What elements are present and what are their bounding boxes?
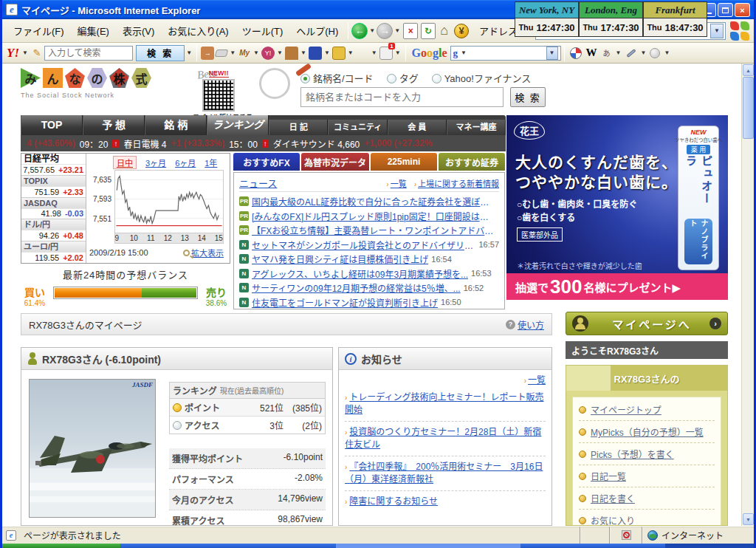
mail-icon[interactable]: 1 (379, 47, 393, 60)
promo-tab[interactable]: 為替市況データ (301, 153, 369, 171)
chart-range-tab[interactable]: 1年 (205, 157, 217, 168)
promo-tab[interactable]: おすすめ証券 (439, 153, 505, 171)
back-dropdown-icon[interactable]: ▼ (369, 27, 375, 34)
news-item[interactable]: N 住友電工をゴールドマン証が投資判断引き上げ 16:50 (239, 295, 499, 310)
sidebar-link[interactable]: 日記一覧 (591, 470, 626, 482)
close-button[interactable]: × (735, 3, 750, 17)
wikipedia-icon[interactable]: W (586, 47, 597, 59)
sidebar-item[interactable]: 日記一覧 (579, 465, 715, 487)
news-link[interactable]: サーティワンの09年12月期予想の経常益は5％増、... (252, 281, 461, 294)
chart-caret-icon[interactable]: ▼ (324, 49, 330, 56)
scroll-down-button[interactable]: ▼ (743, 513, 754, 525)
home-button[interactable]: ⌂ (440, 23, 448, 38)
nav-tab[interactable]: 日 記 (269, 120, 328, 135)
news-item[interactable]: N サーティワンの09年12月期予想の経常益は5％増、... 16:52 (239, 281, 499, 295)
yahoo-search-button[interactable]: 検 索 (136, 45, 185, 61)
back-button[interactable]: ← (351, 23, 368, 39)
wallet-caret-icon[interactable]: ▼ (348, 49, 354, 56)
google-logo[interactable]: Google (412, 47, 447, 60)
settings-caret-icon[interactable]: ▼ (641, 49, 647, 56)
news-link[interactable]: 国内最大級のALL証券比較で自分に合った証券会社を選ぼう！ (252, 195, 496, 208)
news-item[interactable]: N セットマネがシンガポール投資会社とのアドバイザリー... 16:57 (239, 238, 499, 253)
google-search-caret-icon[interactable]: ▼ (461, 49, 467, 56)
gift-caret-icon[interactable]: ▼ (371, 49, 377, 56)
google-search-box[interactable]: g ▼ ▼ (450, 46, 561, 61)
promo-tab[interactable]: 225mini (371, 153, 437, 171)
nav-tab[interactable]: コミュニティ (328, 120, 387, 135)
refresh-button[interactable]: ↻ (421, 23, 436, 39)
notice-item[interactable]: ›『会社四季報』 200％活用術セミナー 3月16日（月）東洋経済新報社 (345, 456, 546, 491)
stock-search-button[interactable]: 検 索 (510, 87, 546, 107)
eraser-icon[interactable] (215, 49, 229, 57)
profile-orb-icon[interactable] (650, 48, 660, 58)
my-yahoo-caret-icon[interactable]: ▼ (253, 49, 259, 56)
stop-button[interactable]: × (403, 23, 418, 39)
sidebar-link[interactable]: マイページトップ (591, 403, 662, 416)
chart-range-tab[interactable]: 6ヶ月 (175, 157, 196, 168)
start-button-edge[interactable] (2, 544, 120, 548)
notice-link[interactable]: 『会社四季報』 200％活用術セミナー 3月16日（月）東洋経済新報社 (345, 462, 543, 484)
currency-toolbar-icon[interactable]: ¥ (454, 24, 469, 38)
chart-range-tab[interactable]: 3ヶ月 (145, 157, 166, 168)
sidebar-item[interactable]: お気に入り (579, 510, 715, 526)
menu-item[interactable]: ツール(T) (236, 21, 290, 41)
search-options-caret-icon[interactable]: ▼ (186, 49, 192, 56)
news-link[interactable]: 住友電工をゴールドマン証が投資判断引き上げ (252, 296, 438, 309)
mypage-button[interactable]: マイページへ › (566, 312, 728, 335)
restore-button[interactable] (718, 3, 733, 17)
search-type-radio[interactable]: タグ (387, 71, 419, 85)
news-link[interactable]: セットマネがシンガポール投資会社とのアドバイザリー... (252, 239, 475, 251)
sidebar-item[interactable]: 日記を書く (579, 487, 715, 510)
notice-item[interactable]: ›投資脳のつくり方セミナー！2月28日（土）新宿住友ビル (345, 422, 546, 456)
my-yahoo-icon[interactable]: My (238, 47, 251, 60)
wallet-icon[interactable] (332, 47, 346, 60)
advertisement[interactable]: 花王 大人のくすんだ歯を、つややかな白い歯に。 ○むし歯・歯肉炎・口臭を防ぐ○歯… (506, 115, 728, 300)
nav-tab[interactable]: 会 員 (388, 120, 447, 135)
sidebar-link[interactable]: お気に入り (591, 514, 635, 526)
scrollbar-thumb[interactable] (743, 77, 754, 139)
news-link[interactable]: ヤマハ発を日興シティ証は目標株価引き上げ (252, 253, 428, 265)
stock-search-input[interactable] (300, 87, 504, 107)
nav-tab[interactable]: マネー講座 (447, 120, 506, 135)
news-link[interactable]: [みんなのFX]ドル円スプレッド原則1pip固定！口座開設はこちら (252, 210, 496, 222)
sidebar-item[interactable]: Picks（予想）を書く (579, 443, 715, 465)
nav-tab[interactable]: 予 想 (83, 115, 145, 135)
sidebar-link[interactable]: Picks（予想）を書く (591, 448, 674, 460)
forward-button[interactable]: → (377, 23, 393, 39)
auction-icon[interactable] (285, 47, 298, 60)
menu-item[interactable]: お気に入り(A) (161, 21, 235, 41)
sidebar-item[interactable]: マイページトップ (579, 399, 715, 421)
news-item[interactable]: PR 【FXお役立ち情報】主要為替レート・ワンポイントアドバイスなど (239, 223, 499, 238)
chart-zoom-link[interactable]: 拡大表示 (183, 247, 224, 258)
notice-link[interactable]: トレーディング技術向上セミナー！レポート販売開始 (345, 392, 544, 415)
notice-link[interactable]: 障害に関するお知らせ (349, 496, 438, 507)
google-history-caret-icon[interactable]: ▼ (546, 47, 558, 60)
news-item[interactable]: N ヤマハ発を日興シティ証は目標株価引き上げ 16:54 (239, 252, 499, 267)
signout-door-icon[interactable]: → (201, 47, 214, 60)
profile-caret-icon[interactable]: ▼ (664, 49, 670, 56)
taskbar-button-edge[interactable] (336, 544, 520, 548)
mobile-qr-block[interactable]: NEW!! モバイル版はコチラ (193, 65, 244, 122)
address-dropdown-icon[interactable]: ▼ (710, 24, 724, 38)
notice-link[interactable]: 投資脳のつくり方セミナー！2月28日（土）新宿住友ビル (345, 427, 541, 450)
translate-icon[interactable]: あ (600, 47, 614, 60)
sidebar-item[interactable]: MyPicks（自分の予想）一覧 (579, 421, 715, 443)
menu-item[interactable]: 表示(V) (116, 21, 161, 41)
search-type-radio[interactable]: 銘柄名/コード (300, 71, 374, 85)
menu-item[interactable]: ヘルプ(H) (289, 21, 345, 41)
news-item[interactable]: PR [みんなのFX]ドル円スプレッド原則1pip固定！口座開設はこちら (239, 209, 499, 224)
notice-item[interactable]: ›トレーディング技術向上セミナー！レポート販売開始 (345, 387, 546, 422)
header-link[interactable]: ›一覧 (386, 177, 406, 189)
nav-tab[interactable]: 銘 柄 (145, 115, 207, 135)
gift-ribbon-icon[interactable] (356, 47, 369, 60)
forward-dropdown-icon[interactable]: ▼ (394, 27, 400, 34)
site-logo[interactable]: みんなの株式 Beta The Social Stock Network (21, 68, 190, 112)
news-item[interactable]: N アグレックス、いちよし経研は09年3月期業績予想を... 16:53 (239, 267, 499, 281)
help-link[interactable]: ?使い方 (506, 318, 544, 331)
search-type-radio[interactable]: Yahoo!ファイナンス (432, 71, 532, 85)
sidebar-link[interactable]: MyPicks（自分の予想）一覧 (591, 425, 704, 438)
notice-list-link[interactable]: ›一覧 (345, 373, 546, 386)
yahoo-logo[interactable]: Y! (7, 46, 19, 61)
translate-caret-icon[interactable]: ▼ (616, 49, 622, 56)
chart-range-tab[interactable]: 日中 (113, 156, 137, 169)
